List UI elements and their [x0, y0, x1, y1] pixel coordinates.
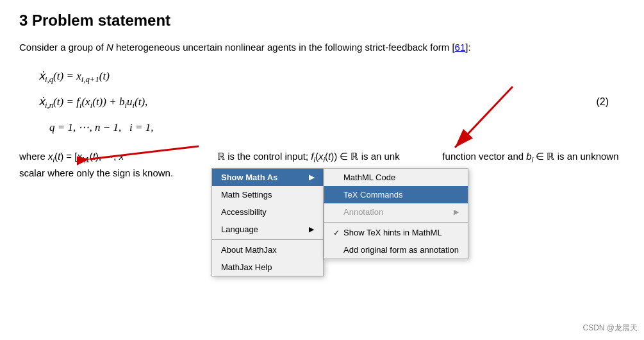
menu-item-mathjax-help[interactable]: MathJax Help: [212, 259, 323, 276]
submenu-separator: [324, 222, 468, 223]
menu-item-math-settings[interactable]: Math Settings: [212, 186, 323, 203]
tex-hints-checkmark: ✓: [333, 228, 343, 237]
tex-checkmark: [333, 191, 343, 200]
equation-3: q = 1, ⋯, n − 1, i = 1,: [38, 117, 622, 139]
submenu-arrow-language: ▶: [309, 225, 314, 234]
math-block: ẋi,q(t) = xi,q+1(t) ẋi,n(t) = fi(xi(t)) …: [38, 65, 622, 139]
mathml-checkmark: [333, 173, 343, 182]
original-form-checkmark: [333, 246, 343, 255]
menu-separator: [212, 239, 323, 240]
menu-item-language[interactable]: Language ▶: [212, 221, 323, 238]
page-title: 3 Problem statement: [19, 12, 622, 30]
submenu-item-add-original-form[interactable]: Add original form as annotation: [324, 241, 468, 259]
equation-1: ẋi,q(t) = xi,q+1(t): [38, 65, 622, 89]
submenu-item-annotation[interactable]: Annotation ▶: [324, 203, 468, 221]
menu-item-show-math-as[interactable]: Show Math As ▶: [212, 169, 323, 186]
context-menu: Show Math As ▶ Math Settings Accessibili…: [211, 168, 324, 276]
watermark: CSDN @龙晨天: [582, 323, 638, 334]
submenu-item-show-tex-hints[interactable]: ✓ Show TeX hints in MathML: [324, 224, 468, 241]
equation-2: ẋi,n(t) = fi(xi(t)) + biui(t),: [38, 91, 622, 114]
annotation-submenu-arrow: ▶: [454, 208, 459, 216]
paragraph-1: Consider a group of N heterogeneous unce…: [19, 40, 622, 55]
submenu-item-mathml-code[interactable]: MathML Code: [324, 169, 468, 186]
submenu: MathML Code TeX Commands Annotation ▶ ✓ …: [324, 168, 468, 259]
submenu-arrow-show-math: ▶: [309, 173, 314, 182]
menu-item-about-mathjax[interactable]: About MathJax: [212, 241, 323, 259]
annotation-checkmark: [333, 208, 343, 217]
equation-number: (2): [596, 92, 609, 112]
menu-item-accessibility[interactable]: Accessibility: [212, 203, 323, 221]
submenu-item-tex-commands[interactable]: TeX Commands: [324, 186, 468, 203]
